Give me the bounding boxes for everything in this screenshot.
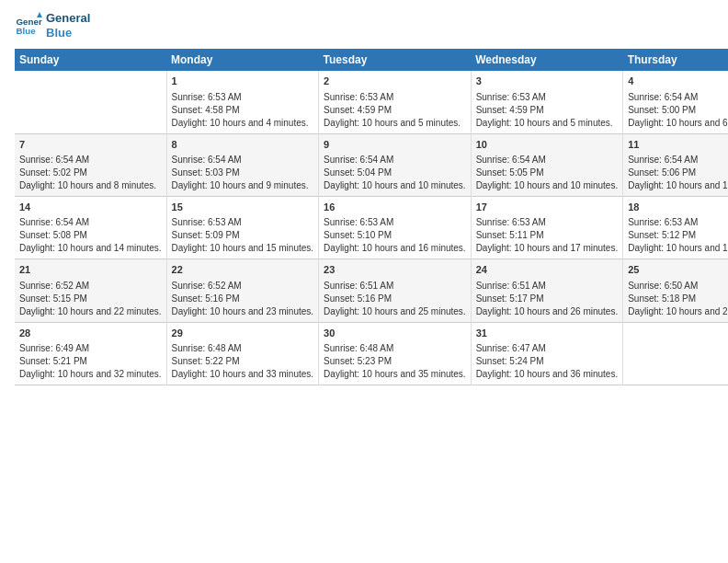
day-number: 29 bbox=[172, 327, 314, 340]
page-container: General Blue General Blue SundayMondayTu… bbox=[0, 0, 728, 393]
sunset-text: Sunset: 5:16 PM bbox=[172, 293, 314, 305]
cell-1-2: 1Sunrise: 6:53 AMSunset: 4:58 PMDaylight… bbox=[166, 71, 319, 133]
cell-2-2: 8Sunrise: 6:54 AMSunset: 5:03 PMDaylight… bbox=[166, 133, 319, 196]
daylight-text: Daylight: 10 hours and 26 minutes. bbox=[476, 305, 619, 318]
logo: General Blue General Blue bbox=[15, 11, 90, 40]
cell-1-1 bbox=[15, 71, 166, 133]
day-number: 4 bbox=[628, 75, 728, 88]
day-number: 7 bbox=[19, 138, 162, 152]
day-number: 23 bbox=[324, 263, 466, 277]
daylight-text: Daylight: 10 hours and 10 minutes. bbox=[324, 179, 466, 192]
daylight-text: Daylight: 10 hours and 32 minutes. bbox=[19, 368, 162, 381]
col-header-tuesday: Tuesday bbox=[319, 49, 472, 71]
week-row-1: 1Sunrise: 6:53 AMSunset: 4:58 PMDaylight… bbox=[15, 71, 728, 133]
sunset-text: Sunset: 5:00 PM bbox=[628, 104, 728, 117]
cell-2-1: 7Sunrise: 6:54 AMSunset: 5:02 PMDaylight… bbox=[15, 133, 166, 196]
sunrise-text: Sunrise: 6:54 AM bbox=[172, 154, 314, 167]
cell-2-5: 11Sunrise: 6:54 AMSunset: 5:06 PMDayligh… bbox=[623, 133, 728, 196]
sunrise-text: Sunrise: 6:54 AM bbox=[628, 154, 728, 167]
cell-5-1: 28Sunrise: 6:49 AMSunset: 5:21 PMDayligh… bbox=[15, 322, 166, 385]
day-number: 16 bbox=[324, 201, 466, 214]
sunrise-text: Sunrise: 6:53 AM bbox=[324, 216, 466, 229]
daylight-text: Daylight: 10 hours and 10 minutes. bbox=[476, 179, 619, 192]
cell-3-3: 16Sunrise: 6:53 AMSunset: 5:10 PMDayligh… bbox=[319, 196, 472, 259]
week-row-5: 28Sunrise: 6:49 AMSunset: 5:21 PMDayligh… bbox=[15, 322, 728, 385]
day-number: 3 bbox=[476, 75, 619, 88]
daylight-text: Daylight: 10 hours and 4 minutes. bbox=[172, 117, 314, 130]
svg-text:General: General bbox=[17, 16, 43, 26]
day-number: 30 bbox=[324, 327, 466, 340]
col-header-sunday: Sunday bbox=[15, 49, 166, 71]
sunrise-text: Sunrise: 6:54 AM bbox=[324, 154, 466, 167]
sunset-text: Sunset: 5:06 PM bbox=[628, 167, 728, 179]
sunrise-text: Sunrise: 6:49 AM bbox=[19, 342, 162, 355]
sunrise-text: Sunrise: 6:54 AM bbox=[19, 154, 162, 167]
sunrise-text: Sunrise: 6:51 AM bbox=[324, 280, 466, 293]
sunset-text: Sunset: 4:59 PM bbox=[476, 104, 619, 117]
daylight-text: Daylight: 10 hours and 14 minutes. bbox=[19, 242, 162, 255]
svg-marker-2 bbox=[37, 12, 42, 17]
week-row-4: 21Sunrise: 6:52 AMSunset: 5:15 PMDayligh… bbox=[15, 259, 728, 322]
sunrise-text: Sunrise: 6:48 AM bbox=[172, 342, 314, 355]
cell-3-1: 14Sunrise: 6:54 AMSunset: 5:08 PMDayligh… bbox=[15, 196, 166, 259]
cell-4-2: 22Sunrise: 6:52 AMSunset: 5:16 PMDayligh… bbox=[166, 259, 319, 322]
sunrise-text: Sunrise: 6:54 AM bbox=[19, 216, 162, 229]
sunrise-text: Sunrise: 6:54 AM bbox=[628, 91, 728, 104]
daylight-text: Daylight: 10 hours and 22 minutes. bbox=[19, 305, 162, 318]
daylight-text: Daylight: 10 hours and 11 minutes. bbox=[628, 179, 728, 192]
day-number: 22 bbox=[172, 263, 314, 277]
cell-4-1: 21Sunrise: 6:52 AMSunset: 5:15 PMDayligh… bbox=[15, 259, 166, 322]
week-row-2: 7Sunrise: 6:54 AMSunset: 5:02 PMDaylight… bbox=[15, 133, 728, 196]
sunrise-text: Sunrise: 6:54 AM bbox=[476, 154, 619, 167]
calendar-table: SundayMondayTuesdayWednesdayThursdayFrid… bbox=[15, 49, 728, 385]
sunrise-text: Sunrise: 6:51 AM bbox=[476, 280, 619, 293]
sunrise-text: Sunrise: 6:53 AM bbox=[476, 216, 619, 229]
cell-3-4: 17Sunrise: 6:53 AMSunset: 5:11 PMDayligh… bbox=[471, 196, 623, 259]
daylight-text: Daylight: 10 hours and 6 minutes. bbox=[628, 117, 728, 130]
day-number: 31 bbox=[476, 327, 619, 340]
sunset-text: Sunset: 5:24 PM bbox=[476, 355, 619, 368]
col-header-thursday: Thursday bbox=[623, 49, 728, 71]
sunset-text: Sunset: 5:05 PM bbox=[476, 167, 619, 179]
header-row: SundayMondayTuesdayWednesdayThursdayFrid… bbox=[15, 49, 728, 71]
sunrise-text: Sunrise: 6:50 AM bbox=[628, 280, 728, 293]
cell-5-4: 31Sunrise: 6:47 AMSunset: 5:24 PMDayligh… bbox=[471, 322, 623, 385]
cell-5-2: 29Sunrise: 6:48 AMSunset: 5:22 PMDayligh… bbox=[166, 322, 319, 385]
day-number: 11 bbox=[628, 138, 728, 152]
sunset-text: Sunset: 5:22 PM bbox=[172, 355, 314, 368]
sunset-text: Sunset: 5:23 PM bbox=[324, 355, 466, 368]
sunset-text: Sunset: 5:04 PM bbox=[324, 167, 466, 179]
col-header-monday: Monday bbox=[166, 49, 319, 71]
cell-1-4: 3Sunrise: 6:53 AMSunset: 4:59 PMDaylight… bbox=[471, 71, 623, 133]
sunset-text: Sunset: 5:21 PM bbox=[19, 355, 162, 368]
daylight-text: Daylight: 10 hours and 9 minutes. bbox=[172, 179, 314, 192]
cell-4-3: 23Sunrise: 6:51 AMSunset: 5:16 PMDayligh… bbox=[319, 259, 472, 322]
daylight-text: Daylight: 10 hours and 27 minutes. bbox=[628, 305, 728, 318]
day-number: 9 bbox=[324, 138, 466, 152]
day-number: 14 bbox=[19, 201, 162, 214]
daylight-text: Daylight: 10 hours and 25 minutes. bbox=[324, 305, 466, 318]
daylight-text: Daylight: 10 hours and 15 minutes. bbox=[172, 242, 314, 255]
logo-icon: General Blue bbox=[15, 12, 42, 40]
day-number: 28 bbox=[19, 327, 162, 340]
day-number: 17 bbox=[476, 201, 619, 214]
sunset-text: Sunset: 5:12 PM bbox=[628, 229, 728, 242]
cell-2-4: 10Sunrise: 6:54 AMSunset: 5:05 PMDayligh… bbox=[471, 133, 623, 196]
sunrise-text: Sunrise: 6:53 AM bbox=[172, 216, 314, 229]
week-row-3: 14Sunrise: 6:54 AMSunset: 5:08 PMDayligh… bbox=[15, 196, 728, 259]
cell-3-5: 18Sunrise: 6:53 AMSunset: 5:12 PMDayligh… bbox=[623, 196, 728, 259]
daylight-text: Daylight: 10 hours and 18 minutes. bbox=[628, 242, 728, 255]
sunset-text: Sunset: 5:02 PM bbox=[19, 167, 162, 179]
daylight-text: Daylight: 10 hours and 23 minutes. bbox=[172, 305, 314, 318]
sunset-text: Sunset: 5:18 PM bbox=[628, 293, 728, 305]
svg-text:Blue: Blue bbox=[17, 26, 37, 36]
cell-5-5 bbox=[623, 322, 728, 385]
sunset-text: Sunset: 5:08 PM bbox=[19, 229, 162, 242]
sunrise-text: Sunrise: 6:52 AM bbox=[172, 280, 314, 293]
cell-1-5: 4Sunrise: 6:54 AMSunset: 5:00 PMDaylight… bbox=[623, 71, 728, 133]
col-header-wednesday: Wednesday bbox=[471, 49, 623, 71]
cell-5-3: 30Sunrise: 6:48 AMSunset: 5:23 PMDayligh… bbox=[319, 322, 472, 385]
daylight-text: Daylight: 10 hours and 5 minutes. bbox=[476, 117, 619, 130]
day-number: 8 bbox=[172, 138, 314, 152]
day-number: 15 bbox=[172, 201, 314, 214]
